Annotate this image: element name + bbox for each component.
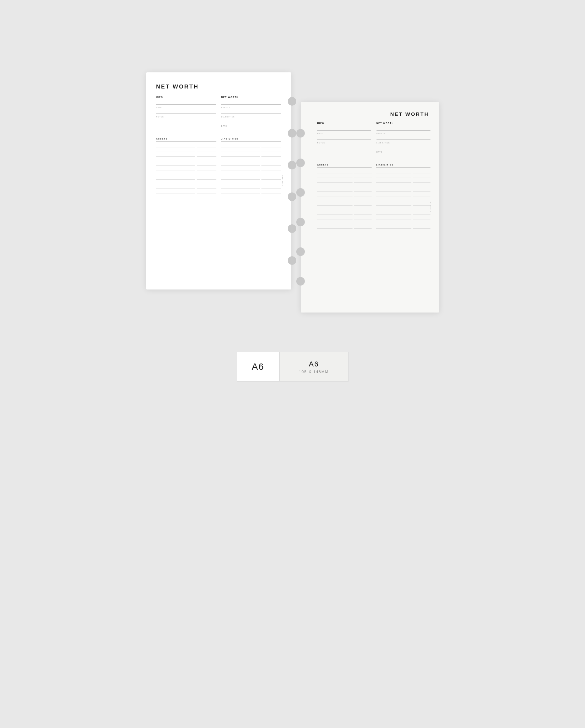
right-page-title: NET WORTH <box>317 111 430 117</box>
right-assets-rows <box>317 169 372 233</box>
ring-r1 <box>296 129 305 137</box>
ring-r3 <box>296 188 305 197</box>
ring-3 <box>288 161 296 170</box>
right-nw-assets-label: ASSETS <box>376 133 430 134</box>
left-liabilities-section: LIABILITIES <box>221 137 281 198</box>
right-networth-section: NET WORTH ASSETS LIABILITIES DATE <box>376 121 430 160</box>
page-left: SOLOIS NET WORTH INFO DATE NOTES NET WOR… <box>146 72 291 289</box>
ring-r5 <box>296 248 305 256</box>
right-side-label: BLOUIS <box>429 202 431 213</box>
right-assets-liab: ASSETS <box>317 163 430 234</box>
right-assets-section: ASSETS <box>317 163 372 234</box>
ring-4 <box>288 192 296 201</box>
right-info-section: INFO DATE NOTES <box>317 121 371 160</box>
left-assets-label: ASSETS <box>156 137 216 140</box>
right-info-label: INFO <box>317 122 371 124</box>
ring-r2 <box>296 159 305 167</box>
right-nw-date-label: DATE <box>376 151 430 153</box>
right-nw-label: NET WORTH <box>376 122 430 124</box>
size-box-detail: A6 105 X 148MM <box>280 352 349 382</box>
size-labels: A6 A6 105 X 148MM <box>237 352 349 382</box>
right-notes-label: NOTES <box>317 142 371 144</box>
ring-2 <box>288 129 296 137</box>
right-assets-label: ASSETS <box>317 163 372 166</box>
right-date-label: DATE <box>317 133 371 134</box>
left-nw-assets-label: ASSETS <box>221 107 281 109</box>
size-dimensions-label: 105 X 148MM <box>299 370 328 374</box>
ring-r4 <box>296 218 305 226</box>
left-nw-liab-label: LIABILITIES <box>221 116 281 118</box>
size-box-short: A6 <box>237 352 280 382</box>
left-nw-label: NET WORTH <box>221 96 281 98</box>
left-assets-section: ASSETS <box>156 137 216 198</box>
left-assets-liab: ASSETS LIABI <box>156 137 281 198</box>
size-long-label: A6 <box>309 360 319 368</box>
ring-1 <box>288 97 296 106</box>
rings-right <box>296 102 305 313</box>
left-date-label: DATE <box>156 107 216 109</box>
ring-r6 <box>296 277 305 286</box>
left-info-label: INFO <box>156 96 216 98</box>
left-info-row: INFO DATE NOTES NET WORTH ASSETS LIABILI… <box>156 96 281 134</box>
left-liab-label: LIABILITIES <box>221 137 281 140</box>
page-right: BLOUIS NET WORTH INFO DATE NOTES NET WOR… <box>301 102 439 313</box>
main-content: SOLOIS NET WORTH INFO DATE NOTES NET WOR… <box>46 72 539 313</box>
ring-5 <box>288 224 296 233</box>
left-side-label: SOLOIS <box>282 175 284 186</box>
right-liabilities-section: LIABILITIES <box>376 163 430 234</box>
right-liab-label: LIABILITIES <box>376 163 430 166</box>
left-page-title: NET WORTH <box>156 83 281 90</box>
left-liab-rows <box>221 143 281 198</box>
left-assets-rows <box>156 143 216 198</box>
rings-left <box>288 72 296 289</box>
left-nw-date-label: DATE <box>221 125 281 127</box>
right-info-row: INFO DATE NOTES NET WORTH ASSETS LIABILI… <box>317 121 430 160</box>
left-networth-section: NET WORTH ASSETS LIABILITIES DATE <box>221 96 281 134</box>
right-nw-liab-label: LIABILITIES <box>376 142 430 144</box>
size-short-label: A6 <box>251 362 264 372</box>
ring-6 <box>288 256 296 265</box>
left-info-section: INFO DATE NOTES <box>156 96 216 134</box>
left-notes-label: NOTES <box>156 116 216 118</box>
right-liab-rows <box>376 169 430 233</box>
